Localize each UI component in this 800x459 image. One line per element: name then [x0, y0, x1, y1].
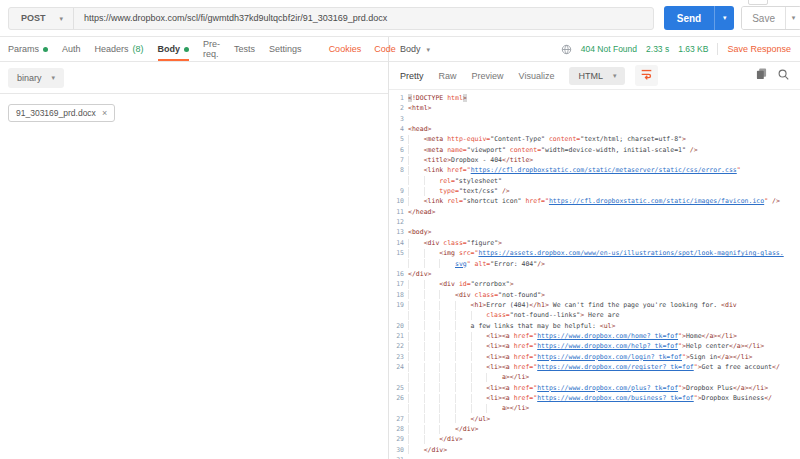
- code-line: 23<li><a href="https://www.dropbox.com/l…: [389, 352, 800, 362]
- line-number: 2: [389, 103, 404, 113]
- line-number: 5: [389, 134, 404, 144]
- code-line: 5<meta http-equiv="Content-Type" content…: [389, 134, 800, 144]
- cookies-link[interactable]: Cookies: [329, 44, 362, 54]
- green-dot-icon: [184, 47, 189, 52]
- indent-guides: [408, 373, 502, 382]
- wrap-text-button[interactable]: [635, 65, 658, 86]
- chevron-down-icon: ▾: [792, 14, 796, 21]
- body-type-row: binary ▾: [0, 62, 388, 94]
- url-input[interactable]: [74, 8, 653, 29]
- method-selector[interactable]: POST ▾: [9, 8, 74, 29]
- send-button-group: Send ▾: [664, 6, 734, 30]
- line-number: 3: [389, 114, 404, 124]
- code-line: 27</ul>: [389, 414, 800, 424]
- code-line: svg" alt="Error: 404"/>: [389, 259, 800, 269]
- save-button[interactable]: Save: [742, 7, 785, 29]
- code-line: a></li>: [389, 372, 800, 382]
- line-number: 30: [389, 445, 404, 455]
- save-button-group: Save ▾: [741, 6, 800, 30]
- response-status-cluster: 404 Not Found 2.33 s 1.63 KB Save Respon…: [561, 43, 791, 55]
- code-line: 8<link href="https://cfl.dropboxstatic.c…: [389, 165, 800, 175]
- line-number: 17: [389, 279, 404, 289]
- tab-label: Params: [8, 44, 39, 54]
- code-line: 28</div>: [389, 424, 800, 434]
- response-code-viewer[interactable]: 1<!DOCTYPE html>2<html>34<head>5<meta ht…: [389, 90, 800, 459]
- code-line: 9type="text/css" />: [389, 186, 800, 196]
- body-type-selector[interactable]: binary ▾: [8, 68, 64, 88]
- file-chip-row: 91_303169_prd.docx ×: [0, 94, 388, 130]
- response-pane: Body ▾ 404 Not Found 2.33 s 1.63 KB Save…: [389, 37, 800, 459]
- indent-guides: [408, 249, 439, 258]
- search-icon: [778, 68, 789, 83]
- view-tab-pretty[interactable]: Pretty: [400, 71, 424, 81]
- indent-guides: [408, 394, 486, 403]
- save-options-button[interactable]: ▾: [785, 7, 800, 29]
- url-control: POST ▾: [8, 7, 654, 30]
- line-number: 12: [389, 217, 404, 227]
- code-line: 29</div>: [389, 434, 800, 444]
- file-chip[interactable]: 91_303169_prd.docx ×: [8, 104, 115, 122]
- close-icon[interactable]: ×: [102, 109, 107, 118]
- tab-label: Pre-req.: [203, 39, 220, 59]
- main-columns: Params Auth Headers (8) Body Pre-req.: [0, 37, 800, 459]
- code-line: 19<h1>Error (404)</h1> We can't find the…: [389, 300, 800, 310]
- code-line: 20a few links that may be helpful: <ul>: [389, 321, 800, 331]
- response-body-label: Body: [400, 44, 421, 54]
- chevron-down-icon: ▾: [723, 14, 727, 21]
- language-selector[interactable]: HTML ▾: [569, 67, 625, 85]
- chevron-down-icon: ▾: [60, 15, 64, 22]
- line-number: 6: [389, 145, 404, 155]
- code-line: 7<title>Dropbox - 404</title>: [389, 155, 800, 165]
- line-number: 18: [389, 290, 404, 300]
- code-line: 24<li><a href="https://www.dropbox.com/r…: [389, 362, 800, 372]
- tab-auth[interactable]: Auth: [62, 37, 81, 61]
- copy-button[interactable]: [756, 68, 767, 83]
- line-number: 7: [389, 155, 404, 165]
- line-number: 1: [389, 93, 404, 103]
- code-line: 1<!DOCTYPE html>: [389, 93, 800, 103]
- tab-body[interactable]: Body: [158, 37, 190, 61]
- view-tab-raw[interactable]: Raw: [439, 71, 457, 81]
- line-number: 22: [389, 341, 404, 351]
- send-button[interactable]: Send: [664, 6, 714, 30]
- tab-pre-request[interactable]: Pre-req.: [203, 37, 220, 61]
- view-tab-preview[interactable]: Preview: [472, 71, 504, 81]
- indent-guides: [408, 425, 455, 434]
- status-badge[interactable]: 404 Not Found: [581, 44, 637, 54]
- chevron-down-icon: ▾: [613, 72, 617, 79]
- line-number: 26: [389, 393, 404, 403]
- indent-guides: [408, 187, 439, 196]
- line-number: 19: [389, 300, 404, 310]
- line-number: 21: [389, 331, 404, 341]
- method-label: POST: [21, 13, 46, 23]
- response-size[interactable]: 1.63 KB: [678, 44, 708, 54]
- tab-tests[interactable]: Tests: [234, 37, 255, 61]
- code-line: a></li>: [389, 403, 800, 413]
- code-line: 14<div class="figure">: [389, 238, 800, 248]
- line-number: 11: [389, 207, 404, 217]
- line-number: 27: [389, 414, 404, 424]
- save-response-link[interactable]: Save Response: [727, 44, 791, 54]
- code-line: rel="stylesheet": [389, 176, 800, 186]
- response-body-selector[interactable]: Body ▾: [400, 44, 430, 54]
- code-line: class="not-found--links"> Here are: [389, 310, 800, 320]
- code-line: 12: [389, 217, 800, 227]
- tab-params[interactable]: Params: [8, 37, 48, 61]
- postman-window: POST ▾ Send ▾ Save ▾ Params Auth: [0, 0, 800, 459]
- line-number: 28: [389, 424, 404, 434]
- language-label: HTML: [578, 71, 603, 81]
- tab-settings[interactable]: Settings: [269, 37, 302, 61]
- code-line: 4<head>: [389, 124, 800, 134]
- view-tab-visualize[interactable]: Visualize: [519, 71, 555, 81]
- wrap-text-icon: [640, 68, 653, 83]
- send-options-button[interactable]: ▾: [714, 6, 734, 30]
- chevron-down-icon: ▾: [427, 46, 431, 53]
- code-line: 3: [389, 114, 800, 124]
- tab-headers[interactable]: Headers (8): [95, 37, 144, 61]
- line-number: 16: [389, 269, 404, 279]
- request-bar: POST ▾ Send ▾ Save ▾: [0, 0, 800, 37]
- search-button[interactable]: [778, 68, 789, 83]
- code-line: 11</head>: [389, 207, 800, 217]
- response-time[interactable]: 2.33 s: [646, 44, 669, 54]
- file-name: 91_303169_prd.docx: [16, 108, 96, 118]
